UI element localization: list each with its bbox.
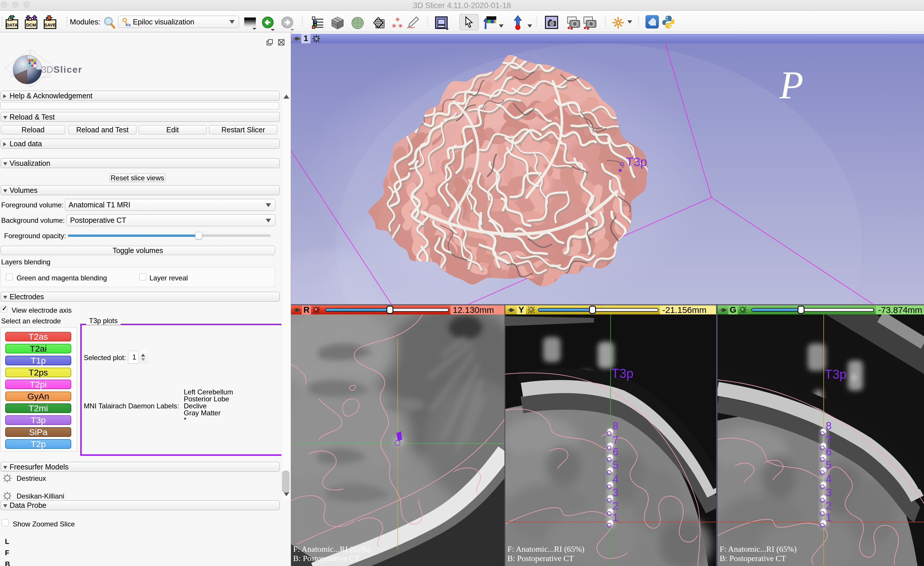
svg-text:✳: ✳ <box>392 23 397 29</box>
svg-text:DCM: DCM <box>26 23 36 27</box>
svg-text:DATA: DATA <box>6 23 18 27</box>
svg-text:B: Postoperative CT: B: Postoperative CT <box>293 554 360 563</box>
svg-text:4: 4 <box>613 473 618 485</box>
svg-text:B: Postoperative CT: B: Postoperative CT <box>720 554 786 563</box>
svg-text:Slicer: Slicer <box>54 64 82 75</box>
svg-text:4: 4 <box>826 473 831 485</box>
svg-text:3: 3 <box>826 486 831 498</box>
svg-text:5: 5 <box>826 459 831 471</box>
svg-text:5: 5 <box>613 459 618 471</box>
svg-text:6: 6 <box>826 446 831 458</box>
svg-text:T3p: T3p <box>626 155 647 169</box>
svg-text:F: Anatomic...RI (65%): F: Anatomic...RI (65%) <box>720 545 796 554</box>
svg-text:8: 8 <box>613 420 618 432</box>
svg-text:7: 7 <box>613 434 618 446</box>
svg-text:3D: 3D <box>41 64 53 75</box>
svg-text:T3p: T3p <box>825 367 847 381</box>
svg-text:2: 2 <box>826 500 831 512</box>
svg-text:3: 3 <box>613 486 618 498</box>
svg-text:1: 1 <box>826 512 831 524</box>
svg-text:1: 1 <box>613 512 618 524</box>
svg-text:SAVE: SAVE <box>44 23 56 27</box>
svg-text:B: Postoperative CT: B: Postoperative CT <box>507 554 574 563</box>
svg-text:8: 8 <box>826 420 831 432</box>
svg-text:7: 7 <box>826 434 831 446</box>
svg-text:ICM: ICM <box>126 23 130 27</box>
svg-text:T3p: T3p <box>612 366 633 380</box>
svg-text:6: 6 <box>613 446 618 458</box>
svg-text:✳: ✳ <box>398 23 403 29</box>
svg-text:2: 2 <box>613 500 618 512</box>
svg-text:F: Anatomic...RI (65%): F: Anatomic...RI (65%) <box>507 545 584 554</box>
svg-text:P: P <box>779 63 803 107</box>
svg-text:✳: ✳ <box>395 16 400 23</box>
svg-text:F: Anatomic...RI (65%): F: Anatomic...RI (65%) <box>293 545 370 554</box>
